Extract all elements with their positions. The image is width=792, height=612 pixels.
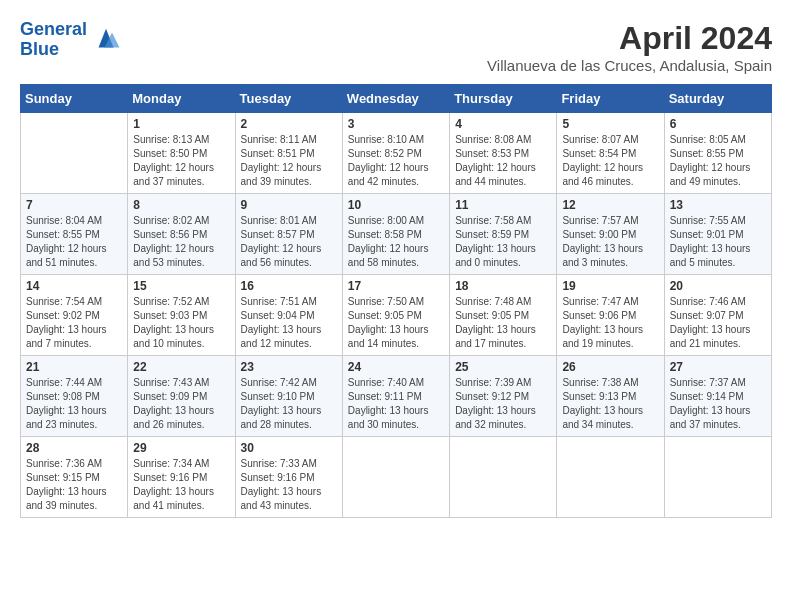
day-number: 25	[455, 360, 551, 374]
weekday-header-sunday: Sunday	[21, 85, 128, 113]
calendar-cell: 5Sunrise: 8:07 AM Sunset: 8:54 PM Daylig…	[557, 113, 664, 194]
calendar-cell: 27Sunrise: 7:37 AM Sunset: 9:14 PM Dayli…	[664, 356, 771, 437]
location: Villanueva de las Cruces, Andalusia, Spa…	[487, 57, 772, 74]
day-number: 4	[455, 117, 551, 131]
day-number: 23	[241, 360, 337, 374]
weekday-header-wednesday: Wednesday	[342, 85, 449, 113]
calendar-cell: 15Sunrise: 7:52 AM Sunset: 9:03 PM Dayli…	[128, 275, 235, 356]
calendar-week-row: 1Sunrise: 8:13 AM Sunset: 8:50 PM Daylig…	[21, 113, 772, 194]
day-number: 17	[348, 279, 444, 293]
day-info: Sunrise: 7:36 AM Sunset: 9:15 PM Dayligh…	[26, 457, 122, 513]
day-number: 24	[348, 360, 444, 374]
day-info: Sunrise: 7:47 AM Sunset: 9:06 PM Dayligh…	[562, 295, 658, 351]
calendar-cell: 13Sunrise: 7:55 AM Sunset: 9:01 PM Dayli…	[664, 194, 771, 275]
page-header: General Blue April 2024 Villanueva de la…	[20, 20, 772, 74]
calendar-cell: 7Sunrise: 8:04 AM Sunset: 8:55 PM Daylig…	[21, 194, 128, 275]
day-info: Sunrise: 8:11 AM Sunset: 8:51 PM Dayligh…	[241, 133, 337, 189]
month-title: April 2024	[487, 20, 772, 57]
calendar-cell: 21Sunrise: 7:44 AM Sunset: 9:08 PM Dayli…	[21, 356, 128, 437]
day-info: Sunrise: 7:51 AM Sunset: 9:04 PM Dayligh…	[241, 295, 337, 351]
calendar-cell: 28Sunrise: 7:36 AM Sunset: 9:15 PM Dayli…	[21, 437, 128, 518]
calendar-week-row: 21Sunrise: 7:44 AM Sunset: 9:08 PM Dayli…	[21, 356, 772, 437]
day-number: 14	[26, 279, 122, 293]
day-number: 13	[670, 198, 766, 212]
weekday-header-tuesday: Tuesday	[235, 85, 342, 113]
calendar-cell: 14Sunrise: 7:54 AM Sunset: 9:02 PM Dayli…	[21, 275, 128, 356]
day-info: Sunrise: 7:39 AM Sunset: 9:12 PM Dayligh…	[455, 376, 551, 432]
day-number: 5	[562, 117, 658, 131]
day-number: 8	[133, 198, 229, 212]
calendar-cell: 9Sunrise: 8:01 AM Sunset: 8:57 PM Daylig…	[235, 194, 342, 275]
day-number: 7	[26, 198, 122, 212]
calendar-week-row: 7Sunrise: 8:04 AM Sunset: 8:55 PM Daylig…	[21, 194, 772, 275]
calendar-cell	[342, 437, 449, 518]
day-info: Sunrise: 8:02 AM Sunset: 8:56 PM Dayligh…	[133, 214, 229, 270]
calendar-cell: 11Sunrise: 7:58 AM Sunset: 8:59 PM Dayli…	[450, 194, 557, 275]
day-info: Sunrise: 7:52 AM Sunset: 9:03 PM Dayligh…	[133, 295, 229, 351]
day-info: Sunrise: 7:57 AM Sunset: 9:00 PM Dayligh…	[562, 214, 658, 270]
calendar-cell	[664, 437, 771, 518]
day-number: 30	[241, 441, 337, 455]
day-number: 20	[670, 279, 766, 293]
day-info: Sunrise: 8:10 AM Sunset: 8:52 PM Dayligh…	[348, 133, 444, 189]
day-info: Sunrise: 8:05 AM Sunset: 8:55 PM Dayligh…	[670, 133, 766, 189]
calendar-cell	[557, 437, 664, 518]
weekday-header-friday: Friday	[557, 85, 664, 113]
day-info: Sunrise: 8:08 AM Sunset: 8:53 PM Dayligh…	[455, 133, 551, 189]
calendar-cell: 30Sunrise: 7:33 AM Sunset: 9:16 PM Dayli…	[235, 437, 342, 518]
calendar-cell: 29Sunrise: 7:34 AM Sunset: 9:16 PM Dayli…	[128, 437, 235, 518]
day-number: 15	[133, 279, 229, 293]
day-info: Sunrise: 8:01 AM Sunset: 8:57 PM Dayligh…	[241, 214, 337, 270]
logo-icon	[91, 25, 121, 55]
day-info: Sunrise: 7:55 AM Sunset: 9:01 PM Dayligh…	[670, 214, 766, 270]
day-info: Sunrise: 7:54 AM Sunset: 9:02 PM Dayligh…	[26, 295, 122, 351]
day-number: 16	[241, 279, 337, 293]
calendar-cell: 24Sunrise: 7:40 AM Sunset: 9:11 PM Dayli…	[342, 356, 449, 437]
title-block: April 2024 Villanueva de las Cruces, And…	[487, 20, 772, 74]
day-number: 28	[26, 441, 122, 455]
day-number: 19	[562, 279, 658, 293]
calendar-cell: 2Sunrise: 8:11 AM Sunset: 8:51 PM Daylig…	[235, 113, 342, 194]
calendar-cell: 26Sunrise: 7:38 AM Sunset: 9:13 PM Dayli…	[557, 356, 664, 437]
day-info: Sunrise: 8:13 AM Sunset: 8:50 PM Dayligh…	[133, 133, 229, 189]
weekday-header-row: SundayMondayTuesdayWednesdayThursdayFrid…	[21, 85, 772, 113]
day-number: 18	[455, 279, 551, 293]
day-number: 29	[133, 441, 229, 455]
day-info: Sunrise: 7:42 AM Sunset: 9:10 PM Dayligh…	[241, 376, 337, 432]
day-number: 21	[26, 360, 122, 374]
day-info: Sunrise: 7:50 AM Sunset: 9:05 PM Dayligh…	[348, 295, 444, 351]
day-number: 3	[348, 117, 444, 131]
day-number: 12	[562, 198, 658, 212]
day-info: Sunrise: 7:38 AM Sunset: 9:13 PM Dayligh…	[562, 376, 658, 432]
day-number: 26	[562, 360, 658, 374]
calendar-week-row: 28Sunrise: 7:36 AM Sunset: 9:15 PM Dayli…	[21, 437, 772, 518]
day-info: Sunrise: 7:48 AM Sunset: 9:05 PM Dayligh…	[455, 295, 551, 351]
day-info: Sunrise: 8:00 AM Sunset: 8:58 PM Dayligh…	[348, 214, 444, 270]
day-number: 11	[455, 198, 551, 212]
calendar-cell: 8Sunrise: 8:02 AM Sunset: 8:56 PM Daylig…	[128, 194, 235, 275]
calendar-cell: 10Sunrise: 8:00 AM Sunset: 8:58 PM Dayli…	[342, 194, 449, 275]
calendar-cell: 25Sunrise: 7:39 AM Sunset: 9:12 PM Dayli…	[450, 356, 557, 437]
calendar-cell: 23Sunrise: 7:42 AM Sunset: 9:10 PM Dayli…	[235, 356, 342, 437]
calendar-cell	[21, 113, 128, 194]
day-number: 2	[241, 117, 337, 131]
day-info: Sunrise: 7:46 AM Sunset: 9:07 PM Dayligh…	[670, 295, 766, 351]
weekday-header-monday: Monday	[128, 85, 235, 113]
weekday-header-saturday: Saturday	[664, 85, 771, 113]
calendar-cell: 19Sunrise: 7:47 AM Sunset: 9:06 PM Dayli…	[557, 275, 664, 356]
day-number: 9	[241, 198, 337, 212]
weekday-header-thursday: Thursday	[450, 85, 557, 113]
day-info: Sunrise: 7:34 AM Sunset: 9:16 PM Dayligh…	[133, 457, 229, 513]
calendar-cell: 6Sunrise: 8:05 AM Sunset: 8:55 PM Daylig…	[664, 113, 771, 194]
calendar-cell: 22Sunrise: 7:43 AM Sunset: 9:09 PM Dayli…	[128, 356, 235, 437]
day-number: 27	[670, 360, 766, 374]
calendar-cell: 16Sunrise: 7:51 AM Sunset: 9:04 PM Dayli…	[235, 275, 342, 356]
day-info: Sunrise: 7:43 AM Sunset: 9:09 PM Dayligh…	[133, 376, 229, 432]
day-info: Sunrise: 7:58 AM Sunset: 8:59 PM Dayligh…	[455, 214, 551, 270]
calendar-cell: 3Sunrise: 8:10 AM Sunset: 8:52 PM Daylig…	[342, 113, 449, 194]
calendar-cell: 1Sunrise: 8:13 AM Sunset: 8:50 PM Daylig…	[128, 113, 235, 194]
day-info: Sunrise: 7:40 AM Sunset: 9:11 PM Dayligh…	[348, 376, 444, 432]
day-number: 22	[133, 360, 229, 374]
day-info: Sunrise: 8:07 AM Sunset: 8:54 PM Dayligh…	[562, 133, 658, 189]
calendar-cell: 18Sunrise: 7:48 AM Sunset: 9:05 PM Dayli…	[450, 275, 557, 356]
